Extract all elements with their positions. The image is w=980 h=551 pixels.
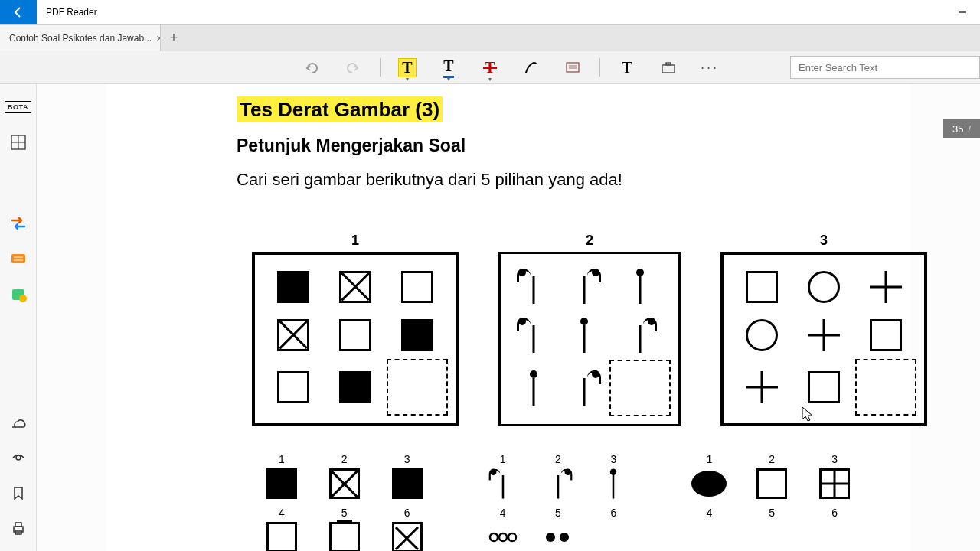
svg-rect-4 <box>662 65 675 73</box>
page-subtitle: Petunjuk Mengerjakan Soal <box>237 135 864 156</box>
answers-2: 1 2 3 4 5 6 <box>477 453 640 551</box>
tab-document[interactable]: Contoh Soal Psikotes dan Jawab... × <box>0 25 161 51</box>
print-icon[interactable] <box>6 516 31 540</box>
page-title: Tes Derat Gambar (3) <box>237 96 443 122</box>
tab-strip: Contoh Soal Psikotes dan Jawab... × + <box>0 24 980 51</box>
minimize-button[interactable] <box>945 0 980 24</box>
undo-button[interactable] <box>294 54 329 81</box>
svg-point-13 <box>19 295 27 302</box>
redo-button[interactable] <box>335 54 371 81</box>
page-indicator[interactable]: 35/ <box>943 119 980 138</box>
search-input[interactable] <box>790 56 980 79</box>
text-button[interactable]: T <box>609 54 645 81</box>
svg-point-18 <box>490 533 498 541</box>
toolbar-separator <box>380 58 381 77</box>
back-button[interactable] <box>0 0 37 24</box>
note-button[interactable] <box>555 54 590 81</box>
svg-point-14 <box>16 455 21 460</box>
svg-point-22 <box>560 533 569 542</box>
briefcase-button[interactable] <box>651 54 686 81</box>
package-icon[interactable] <box>6 282 31 306</box>
ticket-icon[interactable] <box>6 246 31 271</box>
ink-button[interactable] <box>514 54 549 81</box>
underline-button[interactable]: T ▾ <box>431 54 466 81</box>
view-icon[interactable] <box>6 445 31 470</box>
chevron-down-icon: ▾ <box>406 76 409 83</box>
strikethrough-button[interactable]: T ▾ <box>472 54 508 81</box>
chevron-down-icon: ▾ <box>447 76 450 83</box>
tab-label: Contoh Soal Psikotes dan Jawab... <box>9 33 152 44</box>
toolbar: T ▾ T ▾ T ▾ T ··· <box>0 51 980 84</box>
document-viewport[interactable]: 35/ Tes Derat Gambar (3) Petunjuk Menger… <box>37 84 980 551</box>
instruction-text: Cari seri gambar berikutnya dari 5 pilih… <box>237 170 864 190</box>
cloud-icon[interactable] <box>6 410 31 435</box>
more-button[interactable]: ··· <box>692 54 727 81</box>
chevron-down-icon: ▾ <box>488 76 492 83</box>
bota-button[interactable]: BOTA <box>6 95 31 119</box>
puzzle-2: 2 <box>498 233 681 426</box>
app-title: PDF Reader <box>46 7 97 18</box>
grid-icon[interactable] <box>6 130 31 155</box>
swap-icon[interactable] <box>6 211 31 236</box>
svg-rect-5 <box>666 63 671 65</box>
svg-rect-16 <box>15 523 21 527</box>
svg-point-21 <box>546 533 555 542</box>
close-tab-icon[interactable]: × <box>152 31 161 44</box>
svg-point-19 <box>499 533 507 541</box>
bookmark-icon[interactable] <box>6 481 31 505</box>
puzzle-1: 1 <box>252 233 459 426</box>
svg-point-20 <box>508 533 516 541</box>
new-tab-button[interactable]: + <box>161 25 187 51</box>
answers-1: 1 2 3 4 5 6 <box>252 453 437 551</box>
document-page: Tes Derat Gambar (3) Petunjuk Mengerjaka… <box>106 84 910 551</box>
svg-rect-9 <box>11 254 25 263</box>
answers-3: 1 2 3 4 5 6 <box>679 453 864 551</box>
toolbar-separator <box>599 58 600 77</box>
puzzle-3: 3 <box>720 233 927 426</box>
highlight-button[interactable]: T ▾ <box>390 54 425 81</box>
sidebar: BOTA <box>0 84 37 551</box>
title-bar: PDF Reader <box>0 0 980 24</box>
svg-rect-1 <box>567 63 579 72</box>
